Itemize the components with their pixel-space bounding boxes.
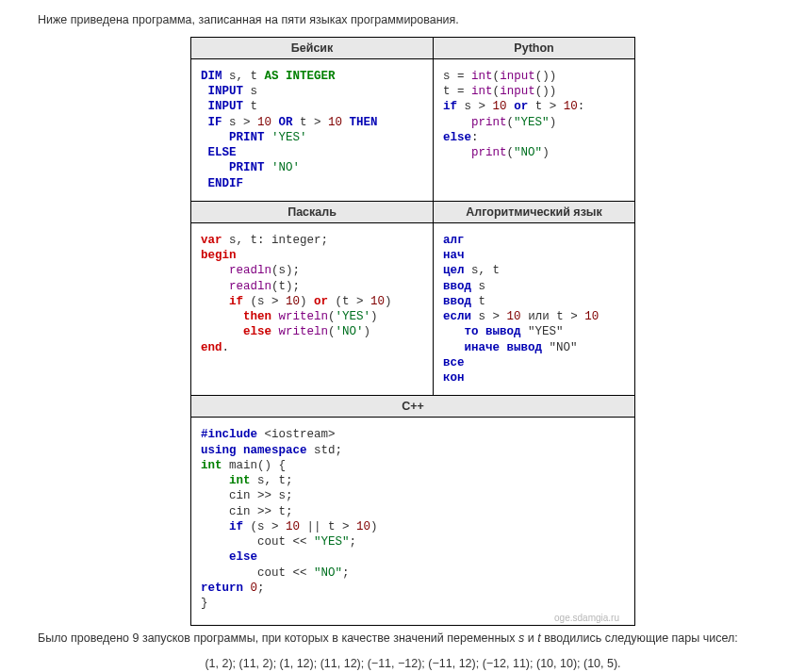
code-cpp: #include <iostream> using namespace std;… <box>201 427 625 611</box>
code-python: s = int(input()) t = int(input()) if s >… <box>443 69 625 161</box>
cell-python: s = int(input()) t = int(input()) if s >… <box>434 58 635 201</box>
header-cpp: С++ <box>191 396 635 418</box>
code-table: Бейсик Python DIM s, t AS INTEGER INPUT … <box>190 37 635 627</box>
code-algo: алг нач цел s, t ввод s ввод t если s > … <box>443 233 625 386</box>
header-algo: Алгоритмический язык <box>434 201 635 222</box>
code-table-wrap: Бейсик Python DIM s, t AS INTEGER INPUT … <box>38 37 788 627</box>
header-pascal: Паскаль <box>191 201 434 222</box>
input-pairs: (1, 2); (11, 2); (1, 12); (11, 12); (−11… <box>38 657 788 670</box>
cell-algo: алг нач цел s, t ввод s ввод t если s > … <box>434 222 635 396</box>
cell-basic: DIM s, t AS INTEGER INPUT s INPUT t IF s… <box>191 58 434 201</box>
code-basic: DIM s, t AS INTEGER INPUT s INPUT t IF s… <box>201 69 423 191</box>
header-python: Python <box>434 37 635 58</box>
code-pascal: var s, t: integer; begin readln(s); read… <box>201 233 423 355</box>
cell-cpp: #include <iostream> using namespace std;… <box>191 418 635 626</box>
header-basic: Бейсик <box>191 37 434 58</box>
paragraph-runs: Было проведено 9 запусков программы, при… <box>38 630 788 647</box>
document-page: Ниже приведена программа, записанная на … <box>0 0 805 672</box>
watermark: oge.sdamgia.ru <box>201 611 625 625</box>
cell-pascal: var s, t: integer; begin readln(s); read… <box>191 222 434 396</box>
intro-text: Ниже приведена программа, записанная на … <box>38 11 788 29</box>
